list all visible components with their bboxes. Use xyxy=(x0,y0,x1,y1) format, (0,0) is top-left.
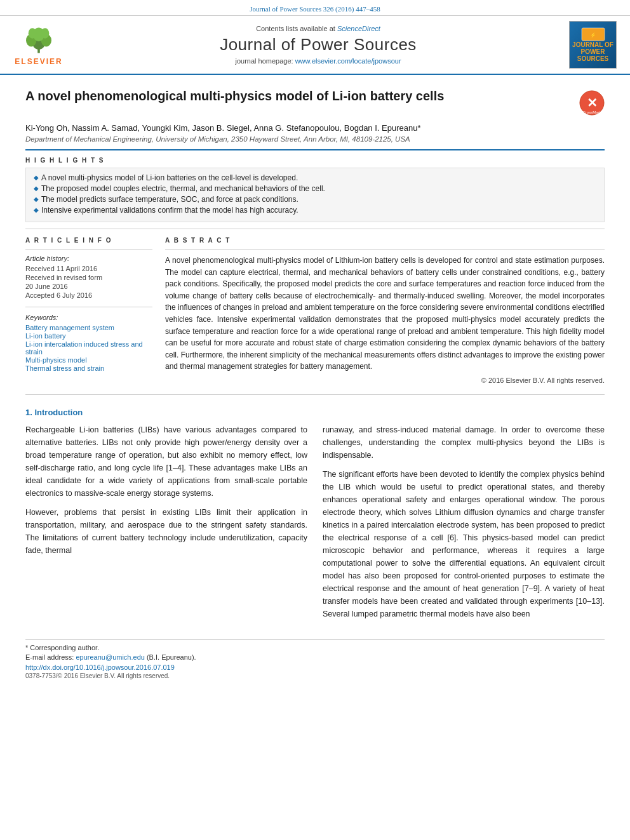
intro-para-right-1: runaway, and stress-induced material dam… xyxy=(323,423,605,462)
intro-col-left: Rechargeable Li-ion batteries (LIBs) hav… xyxy=(25,423,307,627)
abstract-text: A novel phenomenological multi-physics m… xyxy=(165,255,605,373)
journal-header: ELSEVIER Contents lists available at Sci… xyxy=(0,16,630,75)
footnote-email: E-mail address: epureanu@umich.edu (B.I.… xyxy=(25,653,605,661)
highlights-section: H I G H L I G H T S ◆ A novel multi-phys… xyxy=(25,157,605,222)
accepted-date: Accepted 6 July 2016 xyxy=(25,291,152,299)
keywords-label: Keywords: xyxy=(25,314,152,321)
keyword-1: Battery management system xyxy=(25,324,152,331)
top-journal-bar: Journal of Power Sources 326 (2016) 447–… xyxy=(0,0,630,16)
divider-after-highlights xyxy=(25,229,605,229)
svg-point-6 xyxy=(41,28,50,38)
divider-after-affiliation xyxy=(25,149,605,150)
intro-two-col: Rechargeable Li-ion batteries (LIBs) hav… xyxy=(25,423,605,627)
footnote-section: * Corresponding author. E-mail address: … xyxy=(25,639,605,679)
svg-text:CrossMark: CrossMark xyxy=(582,110,601,114)
affiliation: Department of Mechanical Engineering, Un… xyxy=(25,135,605,143)
elsevier-tree-icon xyxy=(17,24,61,56)
doi-link[interactable]: http://dx.doi.org/10.1016/j.jpowsour.201… xyxy=(25,663,605,671)
journal-logo-box: ⚡ JOURNAL OF POWER SOURCES xyxy=(569,21,617,69)
divider-abstract xyxy=(165,249,605,250)
sciencedirect-link[interactable]: ScienceDirect xyxy=(337,25,380,32)
intro-col-right: runaway, and stress-induced material dam… xyxy=(323,423,605,627)
authors: Ki-Yong Oh, Nassim A. Samad, Youngki Kim… xyxy=(25,123,605,133)
journal-homepage-line: journal homepage: www.elsevier.com/locat… xyxy=(74,57,563,65)
journal-homepage-link[interactable]: www.elsevier.com/locate/jpowsour xyxy=(295,57,401,65)
crossmark-icon[interactable]: ✕ CrossMark xyxy=(579,90,605,116)
intro-para-1: Rechargeable Li-ion batteries (LIBs) hav… xyxy=(25,423,307,500)
journal-reference: Journal of Power Sources 326 (2016) 447–… xyxy=(250,5,380,13)
introduction-section: 1. Introduction Rechargeable Li-ion batt… xyxy=(25,408,605,627)
footnote-corresponding: * Corresponding author. xyxy=(25,644,605,651)
bullet-2: ◆ xyxy=(34,185,39,192)
highlight-item-4: ◆ Intensive experimental validations con… xyxy=(34,206,596,215)
keyword-5: Thermal stress and strain xyxy=(25,364,152,372)
article-info-abstract-cols: A R T I C L E I N F O Article history: R… xyxy=(25,237,605,384)
article-info-col: A R T I C L E I N F O Article history: R… xyxy=(25,237,152,384)
journal-center-info: Contents lists available at ScienceDirec… xyxy=(74,25,563,65)
issn-line: 0378-7753/© 2016 Elsevier B.V. All right… xyxy=(25,672,605,679)
divider-keywords xyxy=(25,307,152,307)
highlights-box: ◆ A novel multi-physics model of Li-ion … xyxy=(25,168,605,222)
bullet-3: ◆ xyxy=(34,196,39,203)
received-date: Received 11 April 2016 xyxy=(25,265,152,272)
article-body: A novel phenomenological multi-physics m… xyxy=(0,75,630,692)
abstract-col: A B S T R A C T A novel phenomenological… xyxy=(165,237,605,384)
bullet-1: ◆ xyxy=(34,174,39,181)
bullet-4: ◆ xyxy=(34,206,39,213)
highlight-item-1: ◆ A novel multi-physics model of Li-ion … xyxy=(34,173,596,182)
intro-title: 1. Introduction xyxy=(25,408,605,417)
email-link[interactable]: epureanu@umich.edu xyxy=(76,653,144,661)
history-label: Article history: xyxy=(25,255,152,262)
logo-title-text: JOURNAL OF POWER SOURCES xyxy=(572,41,613,62)
keyword-4: Multi-physics model xyxy=(25,356,152,364)
received-revised-date: 20 June 2016 xyxy=(25,283,152,290)
intro-para-right-2: The significant efforts have been devote… xyxy=(323,468,605,620)
copyright: © 2016 Elsevier B.V. All rights reserved… xyxy=(165,377,605,384)
page: Journal of Power Sources 326 (2016) 447–… xyxy=(0,0,630,840)
sciencedirect-line: Contents lists available at ScienceDirec… xyxy=(74,25,563,32)
intro-para-2: However, problems that persist in existi… xyxy=(25,506,307,557)
svg-point-5 xyxy=(29,28,37,38)
highlight-item-2: ◆ The proposed model couples electric, t… xyxy=(34,184,596,193)
highlight-item-3: ◆ The model predicts surface temperature… xyxy=(34,195,596,204)
journal-logo-right: ⚡ JOURNAL OF POWER SOURCES xyxy=(569,21,620,69)
highlights-label: H I G H L I G H T S xyxy=(25,157,605,164)
article-info-label: A R T I C L E I N F O xyxy=(25,237,152,244)
svg-text:⚡: ⚡ xyxy=(590,32,596,38)
article-title: A novel phenomenological multi-physics m… xyxy=(25,88,573,104)
journal-title-header: Journal of Power Sources xyxy=(74,35,563,55)
divider-article-info xyxy=(25,249,152,250)
abstract-label: A B S T R A C T xyxy=(165,237,605,244)
elsevier-label: ELSEVIER xyxy=(15,57,62,66)
power-sources-icon: ⚡ xyxy=(581,27,605,41)
svg-text:✕: ✕ xyxy=(587,96,598,110)
received-revised-label: Received in revised form xyxy=(25,274,152,281)
divider-before-intro xyxy=(25,394,605,395)
elsevier-logo: ELSEVIER xyxy=(10,24,67,66)
keyword-3: Li-ion intercalation induced stress and … xyxy=(25,340,152,356)
article-title-section: A novel phenomenological multi-physics m… xyxy=(25,88,605,116)
keyword-2: Li-ion battery xyxy=(25,332,152,340)
